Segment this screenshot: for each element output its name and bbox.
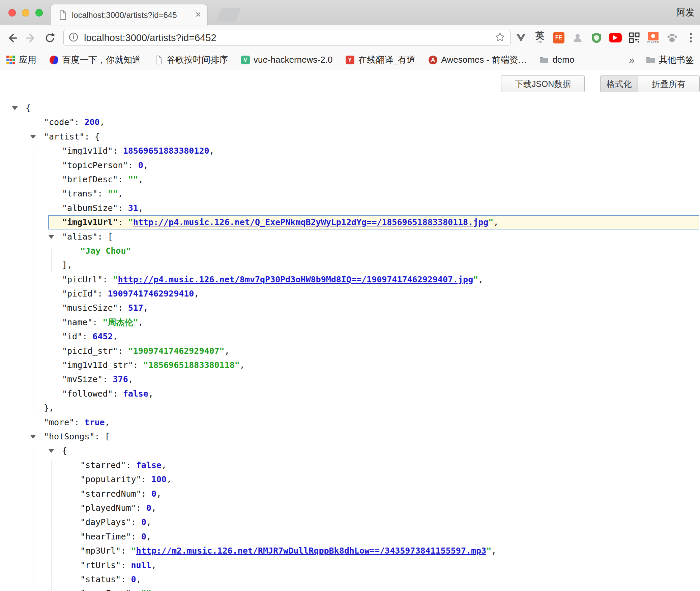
json-token: : xyxy=(97,232,108,242)
json-line: "popularity": 100, xyxy=(0,472,700,487)
collapse-toggle-icon[interactable] xyxy=(48,449,54,453)
json-line: "dayPlays": 0, xyxy=(0,515,700,529)
bookmark-star-icon[interactable] xyxy=(495,32,505,44)
json-line: }, xyxy=(0,401,700,415)
bookmark-baidu[interactable]: 百度一下，你就知道 xyxy=(49,54,141,66)
json-token: : xyxy=(141,489,151,499)
json-token: , xyxy=(478,275,483,284)
address-bar[interactable]: localhost:3000/artists?id=6452 xyxy=(63,30,511,45)
collapse-all-button[interactable]: 折叠所有 xyxy=(638,75,700,92)
json-link[interactable]: http://p4.music.126.net/Q_ExePNkmqB2yWyL… xyxy=(133,217,489,227)
window-minimize-button[interactable] xyxy=(22,9,29,17)
json-token: "starred" xyxy=(80,460,126,470)
bookmark-awesomes[interactable]: A Awesomes - 前端资… xyxy=(429,54,527,66)
json-token: ], xyxy=(62,260,72,270)
json-token: , xyxy=(105,417,110,427)
window-zoom-button[interactable] xyxy=(35,9,43,17)
json-token: , xyxy=(151,589,156,591)
json-line: "img1v1Url": "http://p4.music.126.net/Q_… xyxy=(0,215,700,229)
json-token: "18569651883380118" xyxy=(143,360,240,370)
json-token: , xyxy=(151,503,156,513)
json-token: "followed" xyxy=(62,389,113,399)
v-triangle-extension-icon[interactable] xyxy=(514,30,528,45)
bookmarks-overflow-chevron-icon[interactable]: » xyxy=(629,54,635,66)
reload-button[interactable] xyxy=(42,31,57,45)
qrcode-extension-icon[interactable] xyxy=(627,30,641,45)
json-link[interactable]: http://p4.music.126.net/8mv7qP30Pd3oHW8b… xyxy=(118,275,473,284)
json-token: 0 xyxy=(141,532,146,541)
json-token: "name" xyxy=(62,317,92,327)
bookmark-apps[interactable]: 应用 xyxy=(6,54,36,66)
json-token: "rtUrls" xyxy=(80,560,121,570)
fehelper-extension-icon[interactable]: FE xyxy=(552,30,566,45)
shield-extension-icon[interactable] xyxy=(589,30,604,45)
json-token: , xyxy=(146,517,151,527)
collapse-toggle-icon[interactable] xyxy=(30,435,36,439)
browser-tab[interactable]: localhost:3000/artists?id=645 xyxy=(51,4,207,26)
download-json-button[interactable]: 下载JSON数据 xyxy=(501,75,585,92)
bookmark-demo-folder[interactable]: demo xyxy=(539,55,574,65)
json-token: 517 xyxy=(128,303,143,313)
bookmark-google-sort[interactable]: 谷歌按时间排序 xyxy=(154,54,228,66)
json-line: "starredNum": 0, xyxy=(0,487,700,501)
json-token: " xyxy=(486,546,491,556)
profile-name[interactable]: 阿发 xyxy=(676,0,695,25)
json-line: "mp3Url": "http://m2.music.126.net/RMJR7… xyxy=(0,544,700,558)
bookmarks-bar: 应用 百度一下，你就知道 谷歌按时间排序 V vue-hackernews-2.… xyxy=(0,51,700,69)
json-token: 18569651883380120 xyxy=(123,146,209,156)
translate-extension-icon[interactable]: 英 en xyxy=(533,30,547,45)
player-extension-icon[interactable]: PLAYER xyxy=(646,30,660,45)
folder-icon xyxy=(539,55,549,64)
json-line: "rtUrls": null, xyxy=(0,558,700,572)
youtube-extension-icon[interactable] xyxy=(608,30,622,45)
json-link[interactable]: http://m2.music.126.net/RMJR7wDullRqppBk… xyxy=(136,546,487,556)
collapse-toggle-icon[interactable] xyxy=(30,135,36,139)
json-token: "img1v1Url" xyxy=(62,217,118,227)
json-line: { xyxy=(0,444,700,458)
json-line: "mvSize": 376, xyxy=(0,372,700,386)
info-icon[interactable] xyxy=(68,32,79,43)
collapse-toggle-icon[interactable] xyxy=(12,106,18,110)
json-token: : xyxy=(131,532,141,541)
json-token: , xyxy=(100,117,105,127)
json-line: "briefDesc": "", xyxy=(0,173,700,187)
bookmark-youdao-translate[interactable]: Y 在线翻译_有道 xyxy=(345,54,415,66)
json-token: "alias" xyxy=(62,232,97,242)
json-token: 31 xyxy=(128,203,138,213)
url-text[interactable]: localhost:3000/artists?id=6452 xyxy=(84,32,495,43)
person-extension-icon[interactable] xyxy=(571,30,585,45)
collapse-toggle-icon[interactable] xyxy=(48,235,54,239)
json-token: , xyxy=(209,146,214,156)
json-line: "playedNum": 0, xyxy=(0,501,700,515)
json-token: 0 xyxy=(138,160,143,170)
json-token: , xyxy=(128,374,133,384)
json-line: "topicPerson": 0, xyxy=(0,158,700,173)
json-token: : xyxy=(128,160,138,170)
json-token: : xyxy=(82,332,92,341)
back-button[interactable] xyxy=(5,31,20,45)
forward-button[interactable] xyxy=(24,31,38,45)
json-line: "picId_str": "19097417462929407", xyxy=(0,344,700,358)
json-line: "img1v1Id": 18569651883380120, xyxy=(0,144,700,158)
json-line: "alias": [ xyxy=(0,230,700,244)
new-tab-button[interactable] xyxy=(216,8,241,22)
paw-extension-icon[interactable] xyxy=(665,30,679,45)
other-bookmarks-folder[interactable]: 其他书签 xyxy=(646,54,694,66)
json-token: "" xyxy=(128,175,138,184)
json-token: null xyxy=(131,560,151,570)
json-token: "picUrl" xyxy=(62,275,103,284)
format-button[interactable]: 格式化 xyxy=(600,75,638,92)
json-token: "hotSongs" xyxy=(44,432,95,441)
bookmark-vue-hackernews[interactable]: V vue-hackernews-2.0 xyxy=(241,55,332,65)
window-close-button[interactable] xyxy=(8,9,16,17)
json-token: , xyxy=(143,160,148,170)
json-line: "img1v1Id_str": "18569651883380118", xyxy=(0,358,700,372)
json-token: : xyxy=(103,275,113,284)
baidu-favicon xyxy=(49,55,58,64)
menu-kebab-icon[interactable] xyxy=(684,30,698,45)
json-token: , xyxy=(118,189,123,198)
json-line: "musicSize": 517, xyxy=(0,301,700,315)
tab-close-icon[interactable] xyxy=(195,11,202,20)
json-token: "musicSize" xyxy=(62,303,118,313)
json-token: 0 xyxy=(151,489,156,499)
